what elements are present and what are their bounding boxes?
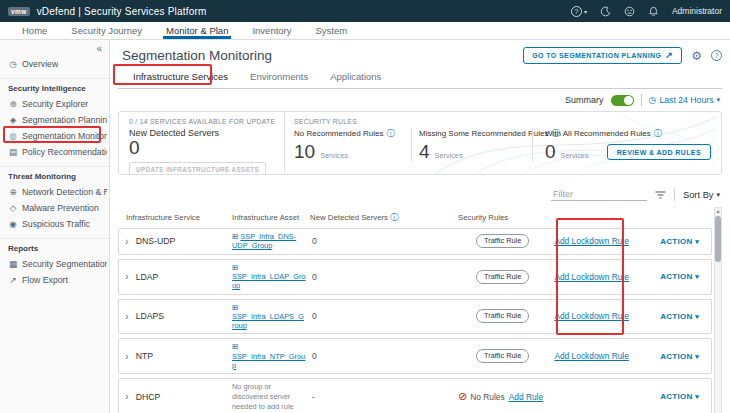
action-dropdown[interactable]: ACTION ▾ xyxy=(658,312,711,321)
nav-item-home[interactable]: Home xyxy=(10,22,59,39)
traffic-rule-badge: Traffic Rule xyxy=(476,309,529,323)
sidebar-item-policy-recommendations[interactable]: ▤ Policy Recommendations xyxy=(0,144,109,160)
add-lockdown-rule-link[interactable]: Add Lockdown Rule xyxy=(554,311,629,321)
clock-icon: ◷ xyxy=(649,95,657,105)
vertical-scrollbar[interactable]: ▲ ▼ xyxy=(714,207,722,413)
stat-missing-some-rules: Missing Some Recommended Rules ⓘ 4 Servi… xyxy=(411,128,532,162)
scroll-up-icon[interactable]: ▲ xyxy=(716,208,721,215)
page-help-icon[interactable]: ? xyxy=(711,50,722,61)
scrollbar-thumb[interactable] xyxy=(715,216,721,262)
row-expand-icon[interactable]: › xyxy=(125,271,129,282)
chevron-down-icon: ▾ xyxy=(695,313,699,320)
sidebar-item-overview[interactable]: ◷ Overview xyxy=(0,56,109,72)
app-title: vDefend | Security Services Platform xyxy=(37,6,207,17)
traffic-rule-badge: Traffic Rule xyxy=(476,349,529,363)
gear-icon[interactable]: ⚙ xyxy=(691,50,702,62)
row-expand-icon[interactable]: › xyxy=(125,351,129,362)
traffic-rule-badge: Traffic Rule xyxy=(476,234,529,248)
topbar-actions: ? ▾ Administrator xyxy=(571,6,722,17)
add-lockdown-rule-link[interactable]: Add Lockdown Rule xyxy=(554,236,629,246)
chevron-down-icon: ▾ xyxy=(584,8,587,15)
notifications-button[interactable] xyxy=(648,6,659,17)
action-dropdown[interactable]: ACTION ▾ xyxy=(658,392,711,401)
help-menu[interactable]: ? ▾ xyxy=(571,6,587,17)
chevron-down-icon: ▾ xyxy=(695,393,699,400)
tab-infrastructure-services[interactable]: Infrastructure Services xyxy=(122,66,239,88)
overview-icon: ◷ xyxy=(8,59,18,69)
page-header: Segmentation Monitoring GO TO SEGMENTATI… xyxy=(118,40,722,66)
tab-applications[interactable]: Applications xyxy=(319,66,392,88)
moon-icon xyxy=(600,6,611,17)
face-icon xyxy=(624,6,635,17)
row-expand-icon[interactable]: › xyxy=(125,311,129,322)
new-detected-servers-label: New Detected Servers xyxy=(129,128,278,138)
nav-item-monitor-plan[interactable]: Monitor & Plan xyxy=(154,22,240,39)
sidebar-item-segmentation-monitoring[interactable]: ◎ Segmentation Monitoring xyxy=(0,128,109,144)
chevron-down-icon: ▾ xyxy=(695,238,699,245)
chevron-down-icon: ▾ xyxy=(716,191,720,199)
action-dropdown[interactable]: ACTION ▾ xyxy=(658,237,711,246)
section-title: Security Intelligence xyxy=(0,84,109,96)
page-title: Segmentation Monitoring xyxy=(122,48,272,63)
nav-item-system[interactable]: System xyxy=(304,22,360,39)
filter-input[interactable] xyxy=(551,188,647,201)
update-infrastructure-assets-button[interactable]: UPDATE INFRASTRUCTURE ASSETS xyxy=(129,162,266,175)
user-menu[interactable]: Administrator xyxy=(672,6,722,16)
summary-toggle[interactable] xyxy=(611,95,634,106)
asset-link[interactable]: SSP_Infra_LDAP_Group xyxy=(232,272,306,290)
add-lockdown-rule-link[interactable]: Add Lockdown Rule xyxy=(554,272,629,282)
info-icon[interactable]: ⓘ xyxy=(386,128,394,139)
app-shell: « ◷ Overview Security Intelligence ⊛ Sec… xyxy=(0,40,730,413)
feedback-button[interactable] xyxy=(624,6,635,17)
flow-export-icon: ↗ xyxy=(8,275,18,285)
sidebar-item-segmentation-planning[interactable]: ◈ Segmentation Planning xyxy=(0,112,109,128)
filter-icon[interactable] xyxy=(655,190,666,200)
sidebar-collapse-icon[interactable]: « xyxy=(0,42,109,56)
asset-group-icon: ⊞ xyxy=(232,342,238,351)
add-rule-link[interactable]: Add Rule xyxy=(509,392,543,402)
table-body: › DNS-UDP ⊞SSP_Infra_DNS-UDP_Group 0 Tra… xyxy=(118,228,712,413)
asset-link[interactable]: SSP_Infra_DNS-UDP_Group xyxy=(232,232,296,250)
divider xyxy=(674,189,675,201)
row-expand-icon[interactable]: › xyxy=(125,236,129,247)
col-new-detected-servers: New Detected Servers ⓘ xyxy=(310,212,458,223)
service-name: LDAP xyxy=(136,272,159,282)
service-name: LDAPS xyxy=(136,311,165,321)
chevron-down-icon: ▾ xyxy=(695,273,699,280)
action-dropdown[interactable]: ACTION ▾ xyxy=(658,272,711,281)
info-icon[interactable]: ⓘ xyxy=(654,128,662,139)
policy-recommendations-icon: ▤ xyxy=(8,147,18,157)
traffic-rule-badge: Traffic Rule xyxy=(476,270,529,284)
time-range-dropdown[interactable]: ◷ Last 24 Hours ▾ xyxy=(649,95,720,105)
sidebar-item-security-explorer[interactable]: ⊛ Security Explorer xyxy=(0,96,109,112)
external-link-icon: ↗ xyxy=(665,51,673,60)
security-rules-eyebrow: SECURITY RULES xyxy=(294,118,721,125)
review-add-rules-button[interactable]: REVIEW & ADD RULES xyxy=(607,144,711,160)
sort-by-dropdown[interactable]: Sort By ▾ xyxy=(683,190,720,200)
row-expand-icon[interactable]: › xyxy=(125,391,129,402)
summary-toolbar: Summary ◷ Last 24 Hours ▾ xyxy=(118,89,722,110)
sidebar-section-threat-monitoring: Threat Monitoring ⊕ Network Detection & … xyxy=(0,166,109,232)
stat-value: 4 xyxy=(419,142,430,162)
nav-item-security-journey[interactable]: Security Journey xyxy=(59,22,154,39)
new-servers-count: 0 xyxy=(310,236,458,246)
add-lockdown-rule-link[interactable]: Add Lockdown Rule xyxy=(554,351,629,361)
go-to-segmentation-planning-button[interactable]: GO TO SEGMENTATION PLANNING ↗ xyxy=(523,47,682,64)
sidebar-item-network-detection[interactable]: ⊕ Network Detection & Res... xyxy=(0,184,109,200)
col-security-rules: Security Rules xyxy=(458,213,658,222)
asset-link[interactable]: SSP_Infra_LDAPS_Group xyxy=(232,312,304,330)
service-name: DNS-UDP xyxy=(136,236,176,246)
sidebar-item-security-segmentation-report[interactable]: ▦ Security Segmentation R... xyxy=(0,256,109,272)
action-dropdown[interactable]: ACTION ▾ xyxy=(658,352,711,361)
dark-mode-toggle[interactable] xyxy=(600,6,611,17)
no-rules-icon: ⊘ xyxy=(458,391,467,402)
asset-link[interactable]: SSP_Infra_NTP_Group xyxy=(232,352,305,370)
new-servers-count: 0 xyxy=(310,272,458,282)
col-infrastructure-asset: Infrastructure Asset xyxy=(232,213,310,222)
sidebar-item-suspicious-traffic[interactable]: ◉ Suspicious Traffic xyxy=(0,216,109,232)
sidebar-item-malware-prevention[interactable]: ◇ Malware Prevention xyxy=(0,200,109,216)
info-icon[interactable]: ⓘ xyxy=(390,213,398,222)
sidebar-item-flow-export[interactable]: ↗ Flow Export xyxy=(0,272,109,288)
nav-item-inventory[interactable]: Inventory xyxy=(240,22,303,39)
tab-environments[interactable]: Environments xyxy=(239,66,319,88)
